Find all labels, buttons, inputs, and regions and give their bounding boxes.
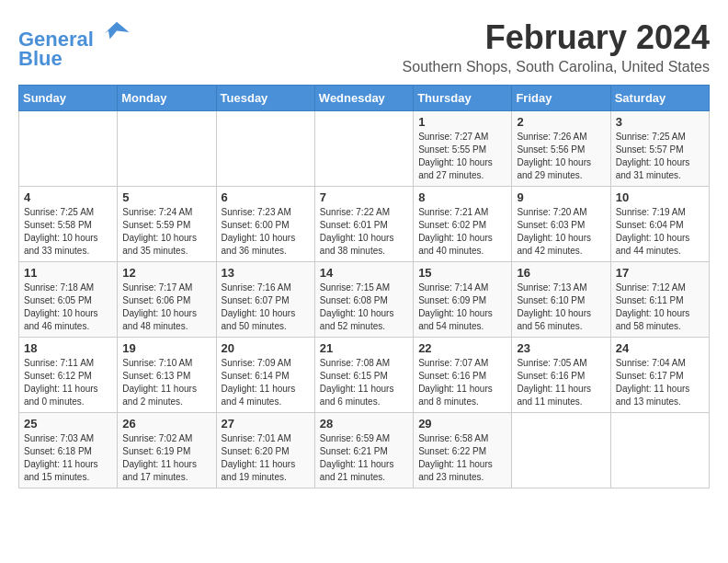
page-header: General Blue February 2024 Southern Shop…	[18, 18, 710, 75]
calendar-week-row: 4Sunrise: 7:25 AM Sunset: 5:58 PM Daylig…	[19, 187, 710, 262]
day-number: 15	[418, 266, 506, 280]
calendar-cell: 23Sunrise: 7:05 AM Sunset: 6:16 PM Dayli…	[512, 338, 610, 413]
day-number: 24	[616, 341, 704, 355]
day-info: Sunrise: 7:26 AM Sunset: 5:56 PM Dayligh…	[517, 131, 605, 182]
calendar-cell: 17Sunrise: 7:12 AM Sunset: 6:11 PM Dayli…	[610, 262, 709, 338]
calendar-week-row: 1Sunrise: 7:27 AM Sunset: 5:55 PM Daylig…	[19, 111, 710, 187]
day-number: 7	[320, 190, 408, 204]
logo-blue: Blue	[18, 47, 131, 71]
calendar-week-row: 18Sunrise: 7:11 AM Sunset: 6:12 PM Dayli…	[19, 338, 710, 413]
day-number: 19	[122, 341, 210, 355]
day-info: Sunrise: 7:14 AM Sunset: 6:09 PM Dayligh…	[418, 282, 506, 333]
day-number: 21	[320, 341, 408, 355]
day-info: Sunrise: 7:10 AM Sunset: 6:13 PM Dayligh…	[122, 357, 210, 408]
calendar-cell: 19Sunrise: 7:10 AM Sunset: 6:13 PM Dayli…	[118, 338, 216, 413]
day-number: 27	[222, 417, 310, 431]
header-monday: Monday	[118, 86, 216, 111]
day-info: Sunrise: 7:23 AM Sunset: 6:00 PM Dayligh…	[222, 206, 310, 258]
day-number: 5	[122, 190, 210, 204]
calendar-cell: 4Sunrise: 7:25 AM Sunset: 5:58 PM Daylig…	[19, 187, 118, 262]
day-number: 14	[320, 266, 408, 280]
calendar-cell: 26Sunrise: 7:02 AM Sunset: 6:19 PM Dayli…	[118, 413, 216, 488]
day-info: Sunrise: 7:20 AM Sunset: 6:03 PM Dayligh…	[517, 206, 605, 258]
header-friday: Friday	[512, 86, 610, 111]
calendar-cell: 2Sunrise: 7:26 AM Sunset: 5:56 PM Daylig…	[512, 111, 610, 187]
logo-text: General	[18, 18, 131, 51]
day-info: Sunrise: 7:17 AM Sunset: 6:06 PM Dayligh…	[122, 282, 210, 333]
day-number: 1	[418, 115, 506, 129]
logo: General Blue	[18, 18, 131, 71]
calendar-week-row: 11Sunrise: 7:18 AM Sunset: 6:05 PM Dayli…	[19, 262, 710, 338]
calendar-cell: 10Sunrise: 7:19 AM Sunset: 6:04 PM Dayli…	[610, 187, 709, 262]
day-info: Sunrise: 7:21 AM Sunset: 6:02 PM Dayligh…	[418, 206, 506, 258]
day-number: 8	[418, 190, 506, 204]
day-number: 11	[24, 266, 112, 280]
day-number: 25	[24, 417, 112, 431]
day-info: Sunrise: 7:01 AM Sunset: 6:20 PM Dayligh…	[222, 432, 310, 484]
calendar-cell: 25Sunrise: 7:03 AM Sunset: 6:18 PM Dayli…	[19, 413, 118, 488]
calendar-cell: 7Sunrise: 7:22 AM Sunset: 6:01 PM Daylig…	[314, 187, 413, 262]
calendar-cell: 3Sunrise: 7:25 AM Sunset: 5:57 PM Daylig…	[610, 111, 709, 187]
day-number: 16	[517, 266, 605, 280]
day-info: Sunrise: 7:07 AM Sunset: 6:16 PM Dayligh…	[418, 357, 506, 408]
calendar-cell	[610, 413, 709, 488]
calendar-cell: 1Sunrise: 7:27 AM Sunset: 5:55 PM Daylig…	[414, 111, 512, 187]
calendar-cell: 15Sunrise: 7:14 AM Sunset: 6:09 PM Dayli…	[414, 262, 512, 338]
calendar-cell: 13Sunrise: 7:16 AM Sunset: 6:07 PM Dayli…	[216, 262, 314, 338]
header-thursday: Thursday	[414, 86, 512, 111]
logo-bird-icon	[103, 18, 131, 46]
calendar-cell	[512, 413, 610, 488]
header-tuesday: Tuesday	[216, 86, 314, 111]
calendar-week-row: 25Sunrise: 7:03 AM Sunset: 6:18 PM Dayli…	[19, 413, 710, 488]
calendar-cell: 27Sunrise: 7:01 AM Sunset: 6:20 PM Dayli…	[216, 413, 314, 488]
day-number: 28	[320, 417, 408, 431]
calendar-cell	[118, 111, 216, 187]
day-info: Sunrise: 7:19 AM Sunset: 6:04 PM Dayligh…	[616, 206, 704, 258]
title-block: February 2024 Southern Shops, South Caro…	[403, 18, 710, 75]
day-info: Sunrise: 7:09 AM Sunset: 6:14 PM Dayligh…	[222, 357, 310, 408]
day-number: 10	[616, 190, 704, 204]
header-sunday: Sunday	[19, 86, 118, 111]
day-number: 4	[24, 190, 112, 204]
calendar-cell: 20Sunrise: 7:09 AM Sunset: 6:14 PM Dayli…	[216, 338, 314, 413]
calendar-cell: 24Sunrise: 7:04 AM Sunset: 6:17 PM Dayli…	[610, 338, 709, 413]
header-saturday: Saturday	[610, 86, 709, 111]
subtitle: Southern Shops, South Carolina, United S…	[403, 59, 710, 75]
calendar-cell: 9Sunrise: 7:20 AM Sunset: 6:03 PM Daylig…	[512, 187, 610, 262]
day-info: Sunrise: 7:25 AM Sunset: 5:58 PM Dayligh…	[24, 206, 112, 258]
main-title: February 2024	[403, 18, 710, 57]
day-info: Sunrise: 7:13 AM Sunset: 6:10 PM Dayligh…	[517, 282, 605, 333]
calendar-cell: 14Sunrise: 7:15 AM Sunset: 6:08 PM Dayli…	[314, 262, 413, 338]
day-info: Sunrise: 7:27 AM Sunset: 5:55 PM Dayligh…	[418, 131, 506, 182]
day-number: 22	[418, 341, 506, 355]
calendar-cell: 29Sunrise: 6:58 AM Sunset: 6:22 PM Dayli…	[414, 413, 512, 488]
day-info: Sunrise: 6:58 AM Sunset: 6:22 PM Dayligh…	[418, 432, 506, 484]
calendar-header-row: SundayMondayTuesdayWednesdayThursdayFrid…	[19, 86, 710, 111]
calendar-cell: 21Sunrise: 7:08 AM Sunset: 6:15 PM Dayli…	[314, 338, 413, 413]
calendar-cell: 12Sunrise: 7:17 AM Sunset: 6:06 PM Dayli…	[118, 262, 216, 338]
calendar-cell: 5Sunrise: 7:24 AM Sunset: 5:59 PM Daylig…	[118, 187, 216, 262]
day-number: 9	[517, 190, 605, 204]
day-number: 12	[122, 266, 210, 280]
calendar-cell: 18Sunrise: 7:11 AM Sunset: 6:12 PM Dayli…	[19, 338, 118, 413]
day-info: Sunrise: 7:22 AM Sunset: 6:01 PM Dayligh…	[320, 206, 408, 258]
day-info: Sunrise: 7:24 AM Sunset: 5:59 PM Dayligh…	[122, 206, 210, 258]
calendar-cell: 22Sunrise: 7:07 AM Sunset: 6:16 PM Dayli…	[414, 338, 512, 413]
day-info: Sunrise: 7:08 AM Sunset: 6:15 PM Dayligh…	[320, 357, 408, 408]
day-info: Sunrise: 7:04 AM Sunset: 6:17 PM Dayligh…	[616, 357, 704, 408]
day-number: 2	[517, 115, 605, 129]
day-info: Sunrise: 7:16 AM Sunset: 6:07 PM Dayligh…	[222, 282, 310, 333]
day-info: Sunrise: 7:12 AM Sunset: 6:11 PM Dayligh…	[616, 282, 704, 333]
day-info: Sunrise: 7:03 AM Sunset: 6:18 PM Dayligh…	[24, 432, 112, 484]
day-number: 26	[122, 417, 210, 431]
day-info: Sunrise: 6:59 AM Sunset: 6:21 PM Dayligh…	[320, 432, 408, 484]
day-info: Sunrise: 7:11 AM Sunset: 6:12 PM Dayligh…	[24, 357, 112, 408]
day-number: 20	[222, 341, 310, 355]
header-wednesday: Wednesday	[314, 86, 413, 111]
day-number: 17	[616, 266, 704, 280]
calendar-table: SundayMondayTuesdayWednesdayThursdayFrid…	[18, 85, 710, 488]
day-info: Sunrise: 7:15 AM Sunset: 6:08 PM Dayligh…	[320, 282, 408, 333]
day-info: Sunrise: 7:18 AM Sunset: 6:05 PM Dayligh…	[24, 282, 112, 333]
calendar-cell: 16Sunrise: 7:13 AM Sunset: 6:10 PM Dayli…	[512, 262, 610, 338]
day-number: 3	[616, 115, 704, 129]
